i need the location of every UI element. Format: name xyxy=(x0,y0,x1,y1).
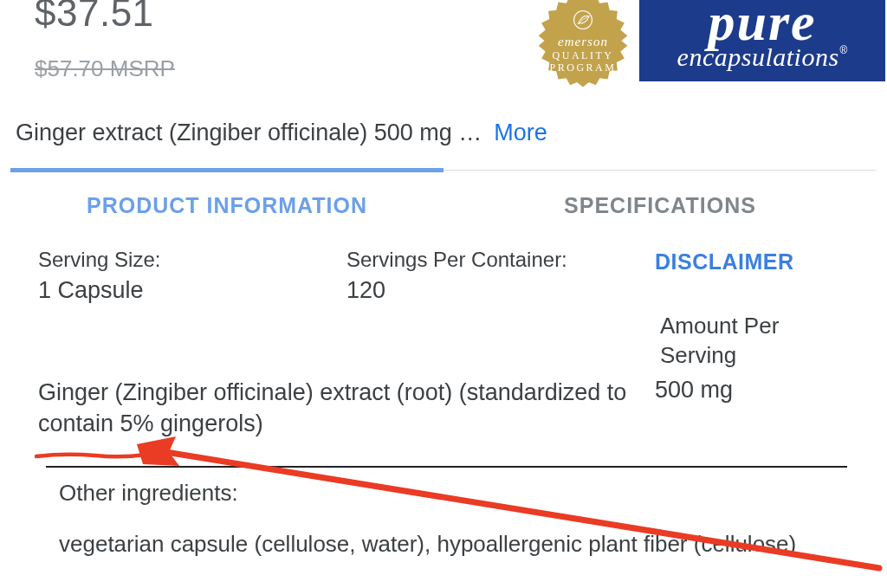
serving-size-col: Serving Size: 1 Capsule xyxy=(38,248,329,304)
other-ingredients-value: vegetarian capsule (cellulose, water), h… xyxy=(59,531,854,558)
price-block: $37.51 $57.70 MSRP xyxy=(35,0,175,82)
ingredient-amount: 500 mg xyxy=(655,377,854,440)
serving-size-label: Serving Size: xyxy=(38,248,329,272)
tab-underline xyxy=(10,168,444,172)
ingredient-divider xyxy=(46,466,847,468)
ingredient-row: Ginger (Zingiber officinale) extract (ro… xyxy=(38,377,854,440)
price-current: $37.51 xyxy=(35,0,175,35)
servings-per-container-col: Servings Per Container: 120 xyxy=(346,248,638,304)
serving-size-value: 1 Capsule xyxy=(38,277,329,304)
disclaimer-col: DISCLAIMER xyxy=(655,248,854,304)
servings-per-container-value: 120 xyxy=(346,277,638,304)
badge-line-3: PROGRAM xyxy=(550,61,617,74)
tab-specifications[interactable]: SPECIFICATIONS xyxy=(444,171,877,237)
top-strip: $37.51 $57.70 MSRP emerson QUALITY PROGR… xyxy=(10,0,877,170)
servings-per-container-label: Servings Per Container: xyxy=(346,248,638,272)
brand-main: pure xyxy=(708,0,816,44)
other-ingredients-label: Other ingredients: xyxy=(59,480,854,507)
quality-badge: emerson QUALITY PROGRAM xyxy=(534,0,632,90)
disclaimer-link[interactable]: DISCLAIMER xyxy=(655,249,854,275)
tab-product-information[interactable]: PRODUCT INFORMATION xyxy=(10,171,444,237)
summary-row: Ginger extract (Zingiber officinale) 500… xyxy=(16,120,547,146)
brand-sub: encapsulations xyxy=(677,42,839,72)
price-msrp: $57.70 MSRP xyxy=(35,55,175,82)
info-columns: Serving Size: 1 Capsule Servings Per Con… xyxy=(38,248,854,304)
registered-icon: ® xyxy=(840,44,848,56)
leaf-icon xyxy=(571,8,595,32)
summary-text: Ginger extract (Zingiber officinale) 500… xyxy=(16,120,482,146)
amount-per-serving-header: Amount Per Serving xyxy=(660,312,859,371)
brand-sub-wrap: encapsulations ® xyxy=(677,42,848,72)
badge-line-2: QUALITY xyxy=(553,49,614,61)
product-information-panel: Serving Size: 1 Capsule Servings Per Con… xyxy=(10,237,877,558)
more-link[interactable]: More xyxy=(494,120,547,146)
brand-logo: pure encapsulations ® xyxy=(638,0,887,83)
tabs: PRODUCT INFORMATION SPECIFICATIONS xyxy=(10,170,877,237)
product-detail-page: $37.51 $57.70 MSRP emerson QUALITY PROGR… xyxy=(0,0,887,588)
badge-line-1: emerson xyxy=(558,34,608,49)
ingredient-name: Ginger (Zingiber officinale) extract (ro… xyxy=(38,377,631,440)
badge-text: emerson QUALITY PROGRAM xyxy=(534,0,632,90)
